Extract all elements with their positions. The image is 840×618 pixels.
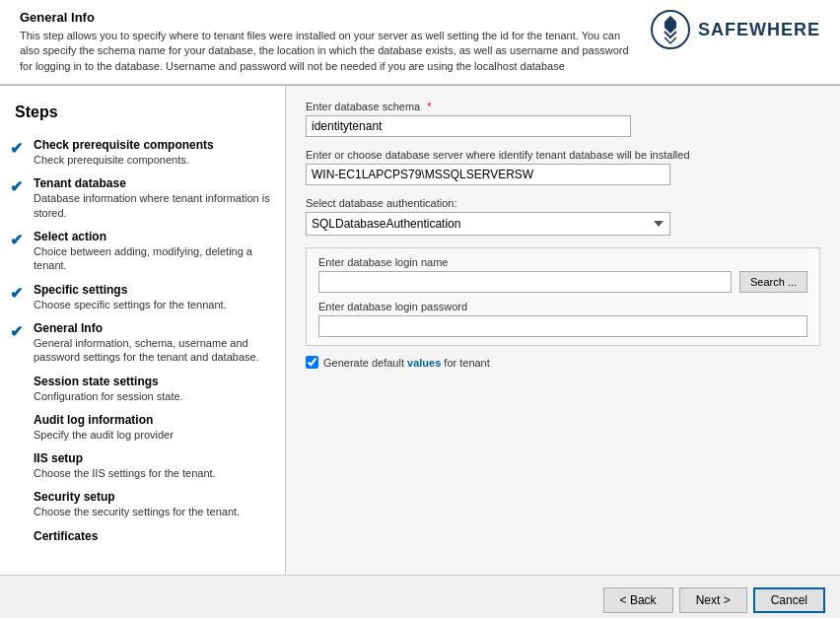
sidebar-item-title-2: Select action <box>34 230 275 243</box>
sidebar-item-desc-0: Check prerequisite components. <box>34 153 275 167</box>
schema-input[interactable] <box>306 115 631 137</box>
sidebar-item-0[interactable]: ✔Check prerequisite componentsCheck prer… <box>0 133 285 172</box>
sidebar: Steps ✔Check prerequisite componentsChec… <box>0 86 286 575</box>
sidebar-checkmark-0: ✔ <box>10 139 26 158</box>
sidebar-item-7[interactable]: IIS setupChoose the IIS settings for the… <box>0 446 285 485</box>
sidebar-item-5[interactable]: Session state settingsConfiguration for … <box>0 370 285 408</box>
sidebar-item-4[interactable]: ✔General InfoGeneral information, schema… <box>0 316 285 370</box>
sidebar-item-desc-2: Choice between adding, modifying, deleti… <box>34 244 275 273</box>
sidebar-item-desc-4: General information, schema, username an… <box>34 336 275 365</box>
db-server-group: Enter or choose database server where id… <box>306 149 820 185</box>
sidebar-item-title-3: Specific settings <box>34 283 275 297</box>
db-server-label: Enter or choose database server where id… <box>306 149 820 161</box>
sidebar-item-desc-3: Choose specific settings for the tennant… <box>34 298 275 311</box>
sidebar-item-desc-8: Choose the security settings for the ten… <box>34 505 275 518</box>
header-title: General Info <box>20 10 631 25</box>
next-button[interactable]: Next > <box>679 587 747 613</box>
content-panel: Enter database schema * Enter or choose … <box>286 86 840 575</box>
sidebar-checkmark-4: ✔ <box>10 322 26 341</box>
login-name-input[interactable] <box>318 271 732 293</box>
sidebar-item-title-0: Check prerequisite components <box>34 138 275 152</box>
sidebar-item-title-9: Certificates <box>34 529 275 543</box>
header-text: General Info This step allows you to spe… <box>20 10 651 74</box>
sidebar-item-title-5: Session state settings <box>34 375 275 388</box>
auth-group: Select database authentication: SQLDatab… <box>306 197 820 236</box>
safewhere-logo-icon <box>651 10 690 49</box>
sidebar-item-1[interactable]: ✔Tenant databaseDatabase information whe… <box>0 172 285 225</box>
password-label: Enter database login password <box>318 301 807 312</box>
schema-label: Enter database schema * <box>306 101 820 112</box>
sidebar-items-container: ✔Check prerequisite componentsCheck prer… <box>0 133 285 548</box>
checkbox-label[interactable]: Generate default values for tenant <box>323 357 490 369</box>
footer: < Back Next > Cancel <box>0 575 840 618</box>
sidebar-checkmark-2: ✔ <box>10 231 26 249</box>
sidebar-title: Steps <box>0 96 285 133</box>
main-layout: Steps ✔Check prerequisite componentsChec… <box>0 85 840 575</box>
logo: SAFEWHERE <box>651 10 820 49</box>
schema-row <box>306 115 820 137</box>
logo-text: SAFEWHERE <box>698 20 820 40</box>
back-button[interactable]: < Back <box>603 587 673 613</box>
sidebar-item-desc-1: Database information where tenant inform… <box>34 191 275 220</box>
sidebar-item-desc-6: Specify the audit log provider <box>34 428 275 442</box>
sidebar-item-desc-5: Configuration for session state. <box>34 389 275 403</box>
cancel-button[interactable]: Cancel <box>753 587 825 613</box>
sidebar-item-6[interactable]: Audit log informationSpecify the audit l… <box>0 408 285 446</box>
sidebar-item-2[interactable]: ✔Select actionChoice between adding, mod… <box>0 225 285 278</box>
sidebar-item-title-1: Tenant database <box>34 176 275 190</box>
sidebar-item-title-7: IIS setup <box>34 451 275 465</box>
login-name-field: Enter database login name <box>318 256 732 293</box>
schema-group: Enter database schema * <box>306 101 820 137</box>
auth-label: Select database authentication: <box>306 197 820 209</box>
sidebar-item-3[interactable]: ✔Specific settingsChoose specific settin… <box>0 278 285 316</box>
login-name-label: Enter database login name <box>318 256 732 268</box>
sidebar-checkmark-1: ✔ <box>10 177 26 196</box>
sidebar-item-title-4: General Info <box>34 321 275 335</box>
generate-default-checkbox[interactable] <box>306 356 318 369</box>
login-name-row: Enter database login name Search ... <box>318 256 807 293</box>
checkbox-row: Generate default values for tenant <box>306 356 820 369</box>
sidebar-checkmark-3: ✔ <box>10 284 26 303</box>
sidebar-item-title-6: Audit log information <box>34 413 275 427</box>
sidebar-item-8[interactable]: Security setupChoose the security settin… <box>0 485 285 523</box>
db-server-input[interactable] <box>306 164 670 185</box>
sidebar-item-9[interactable]: Certificates <box>0 524 285 548</box>
header: General Info This step allows you to spe… <box>0 0 840 85</box>
header-description: This step allows you to specify where to… <box>20 29 631 74</box>
password-row: Enter database login password <box>318 301 807 337</box>
sidebar-item-title-8: Security setup <box>34 490 275 504</box>
sidebar-item-desc-7: Choose the IIS settings for the tenant. <box>34 466 275 480</box>
password-input[interactable] <box>318 315 807 337</box>
auth-select[interactable]: SQLDatabaseAuthentication WindowsAuthent… <box>306 212 670 236</box>
login-section: Enter database login name Search ... Ent… <box>306 247 820 346</box>
required-marker: * <box>427 101 431 112</box>
search-button[interactable]: Search ... <box>739 271 807 293</box>
